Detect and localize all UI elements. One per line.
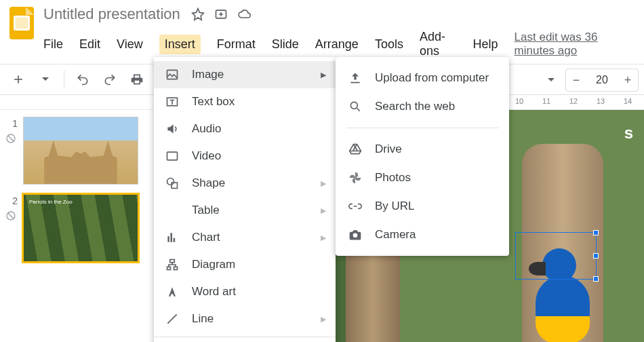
slide-number: 2 <box>5 194 18 206</box>
submenu-arrow-icon: ▶ <box>321 179 326 188</box>
new-slide-dropdown[interactable] <box>34 68 57 91</box>
svg-rect-14 <box>170 260 175 263</box>
ruler-tick: 12 <box>569 97 578 105</box>
menu-label: Drive <box>375 142 402 156</box>
insert-from-drive[interactable]: Drive <box>336 135 509 164</box>
insert-from-camera[interactable]: Camera <box>336 221 509 249</box>
menu-label: Table <box>192 204 220 217</box>
menu-view[interactable]: View <box>117 37 143 52</box>
menu-addons[interactable]: Add-ons <box>420 30 457 58</box>
audio-icon <box>165 121 180 136</box>
zoom-value[interactable]: 20 <box>586 74 618 86</box>
camera-icon <box>348 227 363 242</box>
resize-handle[interactable] <box>593 253 599 259</box>
insert-table[interactable]: Table ▶ <box>154 197 336 224</box>
insert-chart[interactable]: Chart ▶ <box>154 224 336 251</box>
wordart-icon <box>165 284 180 299</box>
svg-rect-15 <box>167 267 171 269</box>
menu-label: Photos <box>375 171 411 185</box>
resize-handle[interactable] <box>593 230 599 235</box>
line-icon <box>165 311 180 326</box>
upload-from-computer[interactable]: Upload from computer <box>336 64 509 92</box>
doc-title[interactable]: Untitled presentation <box>43 5 180 23</box>
menu-label: Line <box>192 312 214 326</box>
svg-point-12 <box>167 178 174 185</box>
move-icon[interactable] <box>214 7 228 21</box>
diagram-icon <box>165 257 180 272</box>
menu-label: By URL <box>375 200 415 213</box>
redo-button[interactable] <box>98 68 121 91</box>
slide-options-icon[interactable] <box>5 133 18 145</box>
print-button[interactable] <box>125 68 148 91</box>
search-icon <box>348 99 363 114</box>
thumbnail-caption: Parrots in the Zoo <box>29 199 73 205</box>
undo-button[interactable] <box>71 68 94 91</box>
chart-icon <box>165 230 180 245</box>
upload-icon <box>348 71 363 86</box>
slide-number: 1 <box>5 117 18 129</box>
menu-file[interactable]: File <box>43 37 63 52</box>
new-slide-button[interactable] <box>7 68 30 91</box>
menu-label: Camera <box>375 228 416 242</box>
last-edit-link[interactable]: Last edit was 36 minutes ago <box>515 31 636 58</box>
slide-thumbnail-1[interactable] <box>23 117 138 185</box>
insert-menu: Image ▶ Text box Audio Video Shape ▶ Tab… <box>154 57 336 342</box>
zoom-dropdown[interactable] <box>540 69 563 92</box>
insert-audio[interactable]: Audio <box>154 115 336 142</box>
menu-label: Word art <box>192 285 236 299</box>
submenu-arrow-icon: ▶ <box>321 206 326 215</box>
menu-label: Chart <box>192 231 220 244</box>
insert-wordart[interactable]: Word art <box>154 278 336 305</box>
menu-format[interactable]: Format <box>217 37 256 52</box>
selection-box[interactable] <box>515 232 597 280</box>
svg-rect-13 <box>172 183 177 188</box>
insert-from-photos[interactable]: Photos <box>336 164 509 192</box>
cloud-icon[interactable] <box>237 7 252 21</box>
insert-textbox[interactable]: Text box <box>154 88 336 115</box>
slide-thumbnail-2[interactable]: Parrots in the Zoo <box>23 194 138 262</box>
slide-panel: 1 2 Parrots in the Zoo <box>0 110 156 342</box>
insert-by-url[interactable]: By URL <box>336 192 509 221</box>
ruler-tick: 10 <box>515 97 523 105</box>
drive-icon <box>348 142 363 157</box>
slides-logo[interactable] <box>8 5 35 41</box>
ruler-tick: 13 <box>597 97 605 105</box>
menu-arrange[interactable]: Arrange <box>315 37 359 52</box>
menu-slide[interactable]: Slide <box>272 37 299 52</box>
menu-label: Video <box>192 149 221 163</box>
slide-options-icon[interactable] <box>5 210 18 223</box>
insert-video[interactable]: Video <box>154 142 336 170</box>
svg-rect-5 <box>16 18 28 28</box>
menu-label: Diagram <box>192 258 235 271</box>
insert-diagram[interactable]: Diagram <box>154 251 336 278</box>
search-the-web[interactable]: Search the web <box>336 92 509 121</box>
image-submenu: Upload from computer Search the web Driv… <box>336 57 509 256</box>
menu-insert[interactable]: Insert <box>159 35 201 54</box>
svg-point-17 <box>350 102 357 109</box>
zoom-in-button[interactable]: + <box>618 69 638 91</box>
insert-image[interactable]: Image ▶ <box>154 61 336 88</box>
menu-label: Upload from computer <box>375 71 489 85</box>
menu-edit[interactable]: Edit <box>79 37 100 52</box>
menu-label: Text box <box>192 95 235 109</box>
textbox-icon <box>165 94 180 109</box>
menu-label: Search the web <box>375 100 455 113</box>
shape-icon <box>165 176 180 191</box>
menu-tools[interactable]: Tools <box>375 37 403 52</box>
ruler-tick: 11 <box>542 97 550 105</box>
ruler-tick: 14 <box>624 97 632 105</box>
submenu-arrow-icon: ▶ <box>321 233 326 242</box>
star-icon[interactable] <box>191 7 205 21</box>
insert-line[interactable]: Line ▶ <box>154 305 336 332</box>
submenu-arrow-icon: ▶ <box>321 315 326 324</box>
image-icon <box>165 67 180 82</box>
menu-help[interactable]: Help <box>473 37 498 52</box>
svg-rect-16 <box>174 267 178 269</box>
insert-shape[interactable]: Shape ▶ <box>154 170 336 197</box>
svg-rect-11 <box>167 152 178 160</box>
resize-handle[interactable] <box>593 276 599 282</box>
menu-separator <box>346 128 498 128</box>
zoom-out-button[interactable]: − <box>566 69 586 91</box>
canvas-text-fragment: s <box>624 124 633 142</box>
menu-separator <box>154 337 336 337</box>
